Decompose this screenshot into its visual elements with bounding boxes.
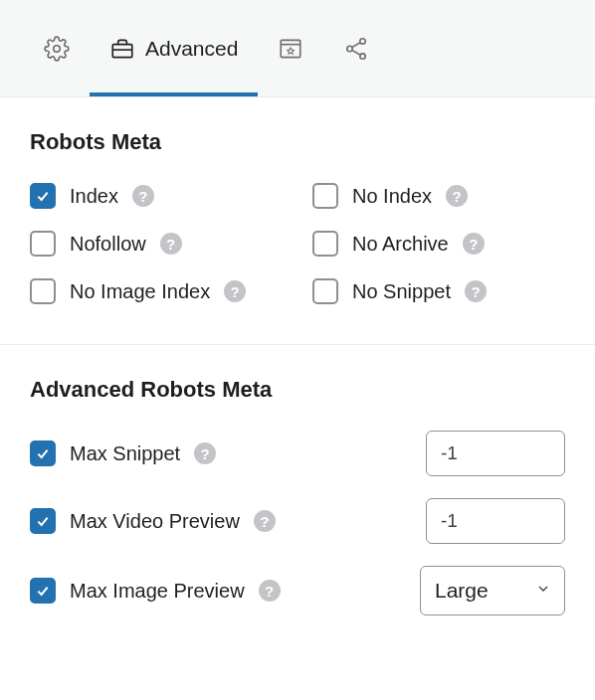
label-no-archive: No Archive <box>352 233 449 256</box>
share-nodes-icon <box>343 36 369 62</box>
svg-point-0 <box>54 45 61 52</box>
advanced-robots-meta-title: Advanced Robots Meta <box>30 377 565 403</box>
gear-icon <box>44 36 70 62</box>
check-row-no-snippet: No Snippet ? <box>312 278 565 304</box>
toolbox-icon <box>109 36 135 62</box>
row-max-image-preview: Max Image Preview ? Large <box>30 566 565 615</box>
svg-rect-1 <box>112 44 132 57</box>
checkbox-max-snippet[interactable] <box>30 440 56 466</box>
label-no-image-index: No Image Index <box>70 280 210 303</box>
section-robots-meta: Robots Meta Index ? No Index ? Nofollow … <box>0 97 595 344</box>
help-icon[interactable]: ? <box>132 185 154 207</box>
label-no-index: No Index <box>352 185 432 208</box>
help-icon[interactable]: ? <box>254 510 276 532</box>
input-max-snippet[interactable] <box>426 431 565 476</box>
help-icon[interactable]: ? <box>463 233 485 255</box>
svg-point-4 <box>347 46 352 51</box>
check-row-no-index: No Index ? <box>312 183 565 209</box>
label-index: Index <box>70 185 118 208</box>
checkbox-max-video-preview[interactable] <box>30 508 56 534</box>
check-row-nofollow: Nofollow ? <box>30 231 283 257</box>
checkbox-index[interactable] <box>30 183 56 209</box>
browser-star-icon <box>278 36 303 62</box>
help-icon[interactable]: ? <box>160 233 182 255</box>
label-max-image-preview: Max Image Preview <box>70 580 245 603</box>
tab-advanced-label: Advanced <box>145 37 238 61</box>
check-row-no-image-index: No Image Index ? <box>30 278 283 304</box>
checkbox-no-image-index[interactable] <box>30 278 56 304</box>
label-no-snippet: No Snippet <box>352 280 451 303</box>
tab-social[interactable] <box>323 0 389 96</box>
help-icon[interactable]: ? <box>194 442 216 464</box>
tabs-bar: Advanced <box>0 0 595 97</box>
help-icon[interactable]: ? <box>446 185 468 207</box>
checkbox-max-image-preview[interactable] <box>30 578 56 604</box>
label-max-video-preview: Max Video Preview <box>70 510 240 533</box>
tab-general[interactable] <box>24 0 90 96</box>
checkbox-no-snippet[interactable] <box>312 278 338 304</box>
checkbox-no-archive[interactable] <box>312 231 338 257</box>
checkbox-no-index[interactable] <box>312 183 338 209</box>
robots-meta-title: Robots Meta <box>30 129 565 155</box>
tab-advanced[interactable]: Advanced <box>90 0 258 96</box>
row-max-snippet: Max Snippet ? <box>30 431 565 476</box>
help-icon[interactable]: ? <box>259 580 281 602</box>
section-advanced-robots-meta: Advanced Robots Meta Max Snippet ? Max V… <box>0 344 595 655</box>
robots-meta-grid: Index ? No Index ? Nofollow ? No Archive… <box>30 183 565 304</box>
label-max-snippet: Max Snippet <box>70 442 180 465</box>
tab-schema[interactable] <box>258 0 323 96</box>
svg-point-5 <box>360 53 365 58</box>
label-nofollow: Nofollow <box>70 233 146 256</box>
checkbox-nofollow[interactable] <box>30 231 56 257</box>
svg-point-3 <box>360 38 365 43</box>
select-max-image-preview[interactable]: Large <box>420 566 565 615</box>
check-row-index: Index ? <box>30 183 283 209</box>
select-wrapper-max-image-preview: Large <box>420 566 565 615</box>
check-row-no-archive: No Archive ? <box>312 231 565 257</box>
row-max-video-preview: Max Video Preview ? <box>30 498 565 544</box>
input-max-video-preview[interactable] <box>426 498 565 544</box>
help-icon[interactable]: ? <box>224 280 246 302</box>
help-icon[interactable]: ? <box>465 280 487 302</box>
